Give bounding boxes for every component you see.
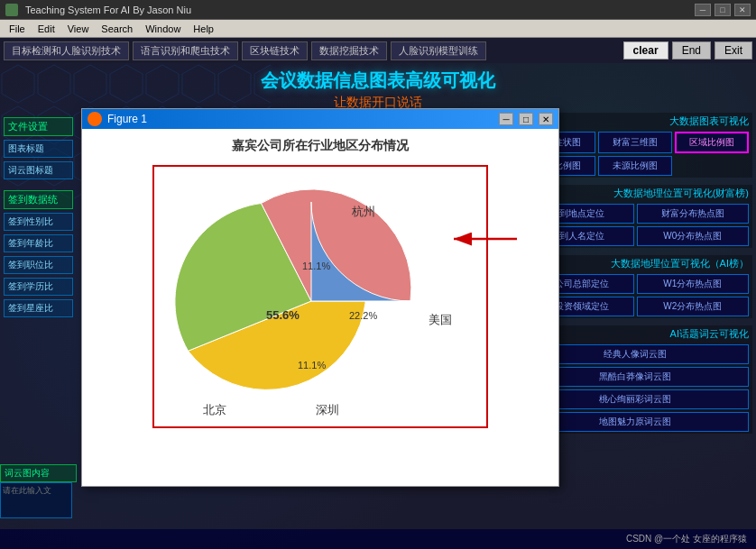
btn-region-pie[interactable]: 区域比例图 [675, 132, 749, 153]
nav-blockchain[interactable]: 区块链技术 [242, 41, 308, 60]
nav-object-detection[interactable]: 目标检测和人脸识别技术 [4, 41, 129, 60]
figure-minimize[interactable]: ─ [499, 113, 513, 125]
btn-wealth-3d[interactable]: 财富三维图 [598, 132, 672, 153]
bottom-text: CSDN @一个处 女座的程序猿 [626, 533, 747, 545]
clear-button[interactable]: clear [623, 41, 668, 59]
btn-w2-heatmap[interactable]: W2分布热点图 [637, 297, 750, 316]
btn-w1-heatmap[interactable]: W1分布热点图 [637, 274, 750, 294]
wordcloud-section: 词云图内容 [0, 464, 77, 522]
btn-future-pie[interactable]: 未源比例图 [598, 156, 672, 176]
window-controls: ─ □ ✕ [695, 4, 751, 16]
svg-text:北京: 北京 [203, 403, 226, 416]
figure-close[interactable]: ✕ [539, 113, 553, 125]
svg-text:22.2%: 22.2% [349, 310, 377, 321]
menu-help[interactable]: Help [188, 23, 219, 35]
sidebar-section-checkin: 签到数据统 [4, 190, 73, 209]
figure-title: Figure 1 [107, 113, 493, 125]
title-bar-text: Teaching System For AI By Jason Niu [25, 5, 687, 15]
svg-text:杭州: 杭州 [351, 205, 375, 218]
menu-edit[interactable]: Edit [32, 23, 60, 35]
main-title: 会议数据信息图表高级可视化 [0, 69, 756, 93]
end-button[interactable]: End [672, 41, 711, 59]
menu-view[interactable]: View [62, 23, 95, 35]
svg-text:美国: 美国 [429, 313, 452, 326]
sidebar-constellation[interactable]: 签到星座比 [4, 299, 73, 317]
sidebar-wordcloud-title[interactable]: 词云图标题 [4, 161, 73, 179]
pie-chart: 55.6% 北京 11.1% 杭州 22.2% 美国 11.1% 深圳 [149, 161, 492, 450]
menu-file[interactable]: File [4, 23, 31, 35]
app-icon [5, 4, 18, 16]
main-area: 会议数据信息图表高级可视化 让数据开口说话 文件设置 图表标题 词云图标题 签到… [0, 63, 756, 549]
btn-wealth-heatmap[interactable]: 财富分布热点图 [637, 204, 750, 224]
menu-search[interactable]: Search [96, 23, 138, 35]
menu-bar: File Edit View Search Window Help [0, 20, 756, 38]
figure-content: 嘉宾公司所在行业地区分布情况 [82, 129, 558, 486]
menu-window[interactable]: Window [140, 23, 186, 35]
minimize-button[interactable]: ─ [695, 4, 711, 16]
figure-maximize[interactable]: □ [519, 113, 533, 125]
figure-icon [88, 112, 102, 126]
svg-text:55.6%: 55.6% [266, 308, 300, 322]
top-right-buttons: clear End Exit [623, 41, 752, 59]
nav-data-mining[interactable]: 数据挖掘技术 [311, 41, 387, 60]
wordcloud-title: 词云图内容 [0, 464, 77, 482]
figure-window: Figure 1 ─ □ ✕ 嘉宾公司所在行业地区分布情况 [81, 108, 559, 487]
nav-speech-recognition[interactable]: 语言识别和爬虫技术 [133, 41, 238, 60]
sidebar-gender[interactable]: 签到性别比 [4, 213, 73, 231]
chart-title: 嘉宾公司所在行业地区分布情况 [232, 138, 409, 154]
sidebar-section-files: 文件设置 [4, 117, 73, 136]
nav-face-recognition[interactable]: 人脸识别模型训练 [391, 41, 486, 60]
svg-text:11.1%: 11.1% [302, 261, 330, 271]
sidebar-chart-title[interactable]: 图表标题 [4, 140, 73, 158]
btn-w0-heatmap[interactable]: W0分布热点图 [637, 226, 750, 246]
bottom-bar: CSDN @一个处 女座的程序猿 [0, 529, 756, 549]
figure-titlebar: Figure 1 ─ □ ✕ [82, 109, 558, 129]
sidebar-age[interactable]: 签到年龄比 [4, 234, 73, 252]
sidebar-education[interactable]: 签到学历比 [4, 278, 73, 296]
sidebar-position[interactable]: 签到职位比 [4, 256, 73, 274]
svg-text:深圳: 深圳 [316, 403, 339, 416]
title-bar: Teaching System For AI By Jason Niu ─ □ … [0, 0, 756, 20]
maximize-button[interactable]: □ [715, 4, 731, 16]
svg-text:11.1%: 11.1% [298, 360, 326, 371]
header-title: 会议数据信息图表高级可视化 让数据开口说话 [0, 63, 756, 111]
close-button[interactable]: ✕ [734, 4, 751, 16]
exit-button[interactable]: Exit [715, 41, 752, 59]
nav-bar: 目标检测和人脸识别技术 语言识别和爬虫技术 区块链技术 数据挖掘技术 人脸识别模… [0, 38, 756, 63]
wordcloud-input[interactable] [0, 482, 72, 518]
